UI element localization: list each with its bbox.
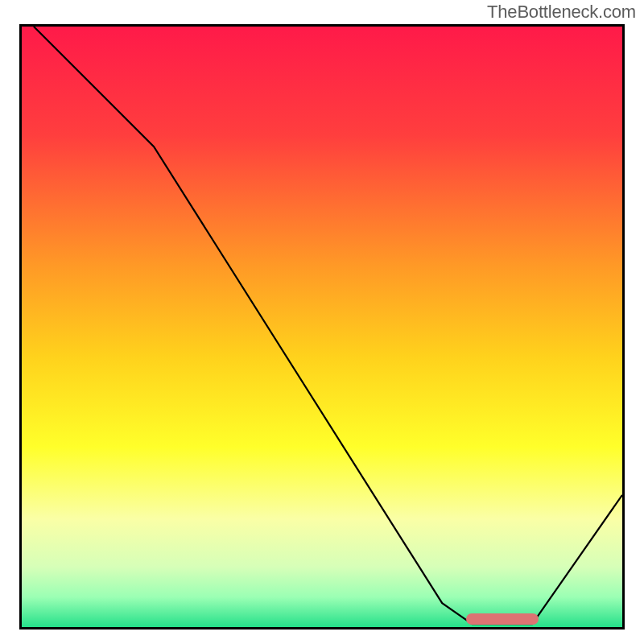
optimal-range-marker xyxy=(466,613,539,625)
chart-container: TheBottleneck.com xyxy=(0,0,644,644)
plot-area xyxy=(19,24,625,630)
watermark-text: TheBottleneck.com xyxy=(487,2,636,23)
bottleneck-curve xyxy=(22,27,622,627)
